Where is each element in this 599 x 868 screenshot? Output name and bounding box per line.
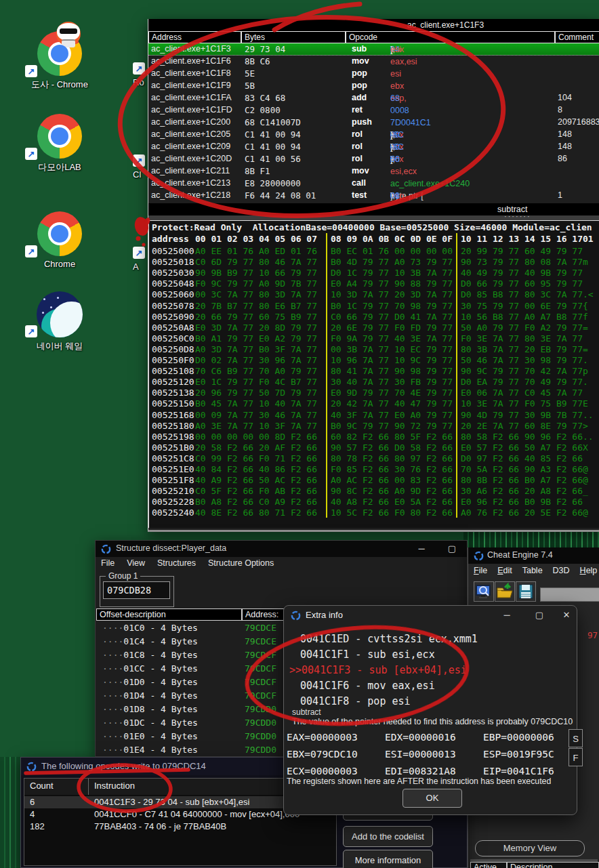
minimize-button[interactable]: ─ bbox=[501, 609, 513, 621]
instruction-address: ac_client.exe+1C1FA bbox=[151, 93, 231, 102]
hex-row[interactable]: 005250C0B0 A1 79 77 E0 A2 79 77F0 9A 79 … bbox=[149, 333, 599, 344]
menu-item-table[interactable]: Table bbox=[522, 566, 543, 575]
tree-line-icon: ···· bbox=[102, 650, 123, 660]
menu-item-view[interactable]: View bbox=[127, 558, 145, 568]
save-table-button[interactable] bbox=[516, 581, 536, 602]
disassembly-row[interactable]: ac_client.exe+1C213E8 28000000callac_cli… bbox=[148, 178, 599, 190]
stack-view-button[interactable]: S bbox=[569, 729, 583, 747]
menu-item-structure-options[interactable]: Structure Options bbox=[208, 558, 274, 568]
disassembly-row[interactable]: ac_client.exe+1C218F6 44 24 08 01testbyt… bbox=[148, 190, 599, 202]
memory-view-button[interactable]: Memory View bbox=[475, 840, 585, 856]
operand-token: 01 bbox=[390, 191, 400, 201]
column-header-count[interactable]: Count bbox=[24, 779, 89, 795]
close-button[interactable]: ✕ bbox=[560, 609, 573, 621]
hex-row[interactable]: 005251F840 A9 F2 66 50 AC F2 66A0 AC F2 … bbox=[149, 475, 599, 486]
hex-row[interactable]: 00525120E0 1C 79 77 F0 4C B7 7730 40 7A … bbox=[149, 377, 599, 388]
column-header-address[interactable]: Address bbox=[148, 31, 241, 43]
disassembly-row[interactable]: ac_client.exe+1C1F95Bpopebx bbox=[148, 80, 599, 92]
menu-item-file[interactable]: File bbox=[101, 558, 115, 568]
menu-item-structures[interactable]: Structures bbox=[157, 558, 196, 568]
disassembly-row[interactable]: ac_client.exe+1C20DC1 41 00 56rol[ecx+00… bbox=[148, 153, 599, 165]
memory-viewer-titlebar[interactable]: ac_client.exe+1C1F3 bbox=[148, 19, 599, 31]
disassembly-row[interactable]: ac_client.exe+1C209C1 41 00 94rol[ecx+00… bbox=[148, 141, 599, 153]
hex-ascii: .< bbox=[583, 289, 594, 300]
instruction-line: 0041C1ED - cvttss2si ecx,xmm1 bbox=[300, 633, 478, 645]
hex-view[interactable]: Protect:Read Only AllocationBase=0040000… bbox=[148, 220, 599, 528]
partial-shortcut-3[interactable]: ↗A bbox=[133, 247, 148, 272]
add-to-codelist-button[interactable]: Add to the codelist bbox=[343, 826, 433, 847]
structure-dissect-titlebar[interactable]: Structure dissect:Player_data ─ ▢ bbox=[96, 541, 467, 557]
open-table-button[interactable] bbox=[495, 581, 515, 602]
instruction-address: ac_client.exe+1C1F9 bbox=[151, 81, 231, 90]
hex-row[interactable]: 00525228B0 A8 F2 66 C0 A9 F2 6640 A8 F2 … bbox=[149, 497, 599, 508]
cheat-engine-titlebar[interactable]: Cheat Engine 7.4 bbox=[468, 547, 599, 564]
desktop-shortcut-1[interactable]: ↗도사 - Chrome bbox=[22, 31, 97, 91]
column-header-offset[interactable]: Offset-description bbox=[96, 608, 242, 621]
column-header-comment[interactable]: Comment bbox=[555, 31, 599, 43]
opcode-write-row[interactable]: 18277BAB403 - 74 06 - je 77BAB40B bbox=[24, 821, 336, 833]
disassembly-row[interactable]: ac_client.exe+1C1F329 73 04sub[ebx+04],e… bbox=[148, 43, 599, 56]
hex-row[interactable]: 00525018C0 6D 79 77 80 46 7A 77B0 4D 79 … bbox=[149, 257, 599, 268]
disassembly-row[interactable]: ac_client.exe+1C1F85Epopesi bbox=[148, 68, 599, 80]
more-information-button[interactable]: More information bbox=[343, 850, 433, 868]
operand-token: 0008 bbox=[390, 106, 409, 115]
table-header-description[interactable]: Description bbox=[507, 862, 599, 868]
desktop-shortcut-2[interactable]: ↗다모아LAB bbox=[22, 114, 97, 173]
hex-row[interactable]: 00525000A0 EE 01 76 A0 ED 01 76B0 EC 01 … bbox=[149, 246, 599, 257]
disassembly-row[interactable]: ac_client.exe+1C1F68B C6moveax,esi bbox=[148, 56, 599, 68]
hex-row[interactable]: 0052507820 7B B7 77 80 E6 B7 77B0 1C 79 … bbox=[149, 301, 599, 312]
hex-row[interactable]: 00525048F0 9C 79 77 A0 9D 7B 77E0 A4 79 … bbox=[149, 278, 599, 289]
hex-row[interactable]: 00525150B0 45 7A 77 10 40 7A 7720 42 7A … bbox=[149, 398, 599, 409]
hex-row[interactable]: 005250A8E0 3D 7A 77 20 8D 79 7720 6E 79 … bbox=[149, 323, 599, 333]
hex-row[interactable]: 0052524040 8E F2 66 80 71 F2 6610 5C F2 … bbox=[149, 508, 599, 518]
desktop-shortcut-3[interactable]: ↗Chrome bbox=[22, 211, 97, 269]
hex-row[interactable]: 005251E040 84 F2 66 40 86 F2 66F0 85 F2 … bbox=[149, 464, 599, 475]
column-header-bytes[interactable]: Bytes bbox=[241, 31, 346, 43]
hex-row[interactable]: 00525180A0 3E 7A 77 10 3F 7A 77B0 9C 79 … bbox=[149, 421, 599, 432]
extra-info-titlebar[interactable]: Extra info ─ ▢ ✕ bbox=[284, 606, 577, 625]
splitter-handle[interactable]: ······· bbox=[148, 215, 599, 220]
partial-shortcut-2[interactable]: ↗Cl bbox=[133, 154, 148, 180]
hex-row[interactable]: 005251B020 58 F2 66 20 AF F2 6690 57 F2 … bbox=[149, 442, 599, 453]
menu-item-d3d[interactable]: D3D bbox=[553, 566, 570, 575]
group-address-input[interactable]: 079CDB28 bbox=[103, 581, 170, 599]
partial-shortcut-1[interactable]: ↗Ro bbox=[133, 62, 148, 87]
hex-address: 00525138 bbox=[152, 388, 194, 398]
column-header-opcode[interactable]: Opcode bbox=[346, 31, 555, 43]
menu-item-edit[interactable]: Edit bbox=[497, 566, 512, 575]
hex-row[interactable]: 0052509020 66 79 77 60 75 B9 77C0 66 79 … bbox=[149, 312, 599, 323]
table-header-active[interactable]: Active bbox=[470, 862, 507, 868]
disassembly-row[interactable]: ac_client.exe+1C2118B F1movesi,ecx bbox=[148, 165, 599, 178]
disassembly-row[interactable]: ac_client.exe+1C1FDC2 0800ret00088 bbox=[148, 104, 599, 117]
hex-bytes-group: F0 3E 7A 77 80 3E 7A 77 bbox=[461, 333, 583, 344]
chrome-browser-icon bbox=[37, 114, 82, 159]
hex-bytes-group: E0 96 F2 66 B0 9B F2 66 bbox=[461, 497, 583, 508]
menu-item-file[interactable]: File bbox=[474, 566, 487, 575]
hex-row[interactable]: 00525210C0 5F F2 66 F0 AB F2 6690 8C F2 … bbox=[149, 486, 599, 497]
hex-bytes-group: B0 45 7A 77 10 40 7A 77 bbox=[195, 398, 317, 409]
hex-row[interactable]: 0052519800 00 00 00 00 8D F2 6660 82 F2 … bbox=[149, 432, 599, 442]
instruction-address: ac_client.exe+1C218 bbox=[151, 190, 230, 200]
menu-item-help[interactable]: Help bbox=[580, 566, 598, 575]
hex-row[interactable]: 005250F0D0 02 7A 77 30 96 7A 7710 96 7A … bbox=[149, 355, 599, 366]
select-process-button[interactable] bbox=[474, 581, 494, 602]
hex-row[interactable]: 0052516800 09 7A 77 30 46 7A 7740 3F 7A … bbox=[149, 410, 599, 421]
instruction-mnemonic: call bbox=[352, 178, 366, 188]
maximize-button[interactable]: ▢ bbox=[533, 609, 545, 621]
hex-bytes-group: A0 3E 7A 77 10 3F 7A 77 bbox=[195, 421, 317, 432]
disassembly-row[interactable]: ac_client.exe+1C205C1 41 00 94rol[ecx+00… bbox=[148, 129, 599, 141]
float-view-button[interactable]: F bbox=[569, 748, 583, 766]
hex-row[interactable]: 0052510870 C6 B9 77 70 A0 79 7780 41 7A … bbox=[149, 366, 599, 377]
hex-row[interactable]: 005251C8C0 99 F2 66 F0 71 F2 6680 78 F2 … bbox=[149, 453, 599, 464]
ok-button[interactable]: OK bbox=[402, 789, 462, 808]
hex-row[interactable]: 0052503090 9B B9 77 10 66 79 77D0 1C 79 … bbox=[149, 268, 599, 278]
minimize-button[interactable]: ─ bbox=[415, 543, 428, 555]
hex-row[interactable]: 005250D8A0 3D 7A 77 B0 3F 7A 7700 3B 7A … bbox=[149, 344, 599, 355]
maximize-button[interactable]: ▢ bbox=[446, 543, 458, 555]
instruction-address: ac_client.exe+1C1F6 bbox=[151, 56, 231, 66]
disassembly-row[interactable]: ac_client.exe+1C20068 C141007Dpush7D0041… bbox=[148, 117, 599, 129]
desktop-shortcut-4[interactable]: ↗네이버 웨일 bbox=[22, 291, 97, 352]
hex-row[interactable]: 0052506000 3C 7A 77 80 3D 7A 7710 3D 7A … bbox=[149, 289, 599, 300]
disassembly-row[interactable]: ac_client.exe+1C1FA83 C4 68addesp,68104 bbox=[148, 92, 599, 104]
hex-row[interactable]: 0052513820 96 79 77 50 7D 79 77E0 9D 79 … bbox=[149, 388, 599, 398]
